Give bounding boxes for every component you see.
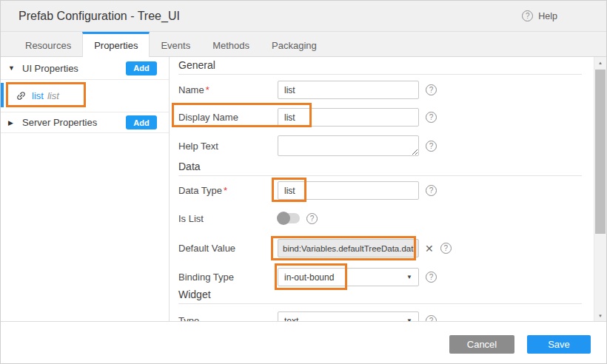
data-type-row: Data Type* ? — [178, 181, 582, 200]
binding-type-row: Binding Type in-out-bound ▼ ? — [178, 268, 582, 286]
display-name-input[interactable] — [278, 108, 419, 127]
save-button[interactable]: Save — [527, 335, 591, 354]
default-value-input[interactable] — [278, 239, 419, 257]
vertical-scrollbar[interactable]: ▲ ▼ — [594, 57, 606, 321]
tab-events[interactable]: Events — [150, 32, 201, 56]
clear-icon[interactable]: ✕ — [425, 243, 434, 254]
display-name-row: Display Name ? — [178, 108, 582, 127]
section-heading-data: Data — [178, 161, 582, 176]
default-value-row: Default Value ✕ ? — [178, 239, 582, 257]
cancel-button[interactable]: Cancel — [449, 335, 514, 354]
required-mark: * — [206, 84, 209, 95]
title-bar: Prefab Configuration - Tree_UI ? Help — [1, 1, 606, 32]
server-properties-header[interactable]: ▶ Server Properties Add — [1, 112, 169, 133]
link-icon — [13, 88, 29, 104]
property-item-list[interactable]: list list — [1, 80, 169, 112]
ui-properties-add-button[interactable]: Add — [126, 61, 157, 75]
name-label: Name* — [178, 84, 278, 95]
tab-properties[interactable]: Properties — [82, 32, 150, 57]
scroll-down-icon[interactable]: ▼ — [594, 311, 606, 320]
help-text-label: Help Text — [178, 141, 278, 152]
caret-right-icon: ▶ — [8, 119, 16, 127]
is-list-label: Is List — [178, 213, 278, 224]
help-label: Help — [538, 11, 557, 21]
data-type-question-icon[interactable]: ? — [426, 185, 437, 196]
binding-type-value: in-out-bound — [284, 272, 334, 283]
section-heading-general: General — [178, 60, 582, 75]
tab-bar: Resources Properties Events Methods Pack… — [1, 32, 606, 57]
data-type-label: Data Type* — [178, 185, 278, 196]
tab-methods[interactable]: Methods — [201, 32, 261, 56]
toggle-knob — [277, 212, 290, 225]
ui-properties-header[interactable]: ▼ UI Properties Add — [1, 57, 169, 80]
property-item-name: list — [32, 90, 44, 101]
tab-resources[interactable]: Resources — [14, 32, 82, 56]
prefab-configuration-dialog: Prefab Configuration - Tree_UI ? Help Re… — [0, 0, 607, 364]
server-properties-add-button[interactable]: Add — [126, 115, 157, 129]
properties-sidebar: ▼ UI Properties Add list list ▶ Server P… — [1, 57, 170, 321]
default-value-label: Default Value — [178, 243, 278, 254]
widget-type-row: Type text ▼ ? — [178, 311, 582, 321]
scrollbar-thumb[interactable] — [595, 70, 606, 234]
properties-form: General Name* ? Display Name ? Help Text… — [170, 57, 594, 321]
name-row: Name* ? — [178, 81, 582, 99]
default-value-question-icon[interactable]: ? — [440, 243, 452, 254]
widget-type-value: text — [284, 316, 298, 322]
required-mark: * — [224, 185, 227, 196]
help-link[interactable]: ? Help — [522, 10, 557, 21]
binding-type-question-icon[interactable]: ? — [426, 272, 437, 283]
dropdown-arrow-icon: ▼ — [406, 274, 412, 280]
is-list-toggle[interactable] — [278, 213, 300, 223]
section-heading-widget: Widget — [178, 289, 582, 304]
dropdown-arrow-icon: ▼ — [406, 317, 412, 321]
help-text-row: Help Text ? — [178, 135, 582, 156]
help-text-input[interactable] — [278, 135, 419, 156]
binding-type-select[interactable]: in-out-bound ▼ — [278, 268, 419, 286]
display-name-label: Display Name — [178, 112, 278, 123]
widget-type-question-icon[interactable]: ? — [426, 315, 437, 321]
is-list-row: Is List ? — [178, 211, 582, 226]
data-type-input[interactable] — [278, 181, 419, 200]
display-name-question-icon[interactable]: ? — [426, 112, 437, 123]
dialog-title: Prefab Configuration - Tree_UI — [19, 10, 180, 23]
tab-packaging[interactable]: Packaging — [261, 32, 328, 56]
scroll-up-icon[interactable]: ▲ — [594, 58, 606, 67]
widget-type-label: Type — [178, 315, 278, 321]
name-input[interactable] — [278, 81, 419, 99]
widget-type-select[interactable]: text ▼ — [278, 311, 419, 321]
caret-down-icon: ▼ — [8, 64, 16, 72]
dialog-body: ▼ UI Properties Add list list ▶ Server P… — [1, 57, 606, 322]
is-list-question-icon[interactable]: ? — [306, 213, 318, 224]
name-question-icon[interactable]: ? — [426, 84, 437, 95]
binding-type-label: Binding Type — [178, 272, 278, 283]
server-properties-label: Server Properties — [22, 117, 97, 128]
ui-properties-label: UI Properties — [22, 63, 78, 74]
help-icon: ? — [522, 10, 533, 21]
selected-indicator-bar — [1, 83, 4, 107]
help-text-question-icon[interactable]: ? — [426, 141, 437, 152]
property-item-type: list — [47, 90, 59, 101]
dialog-footer: Cancel Save — [1, 322, 606, 364]
